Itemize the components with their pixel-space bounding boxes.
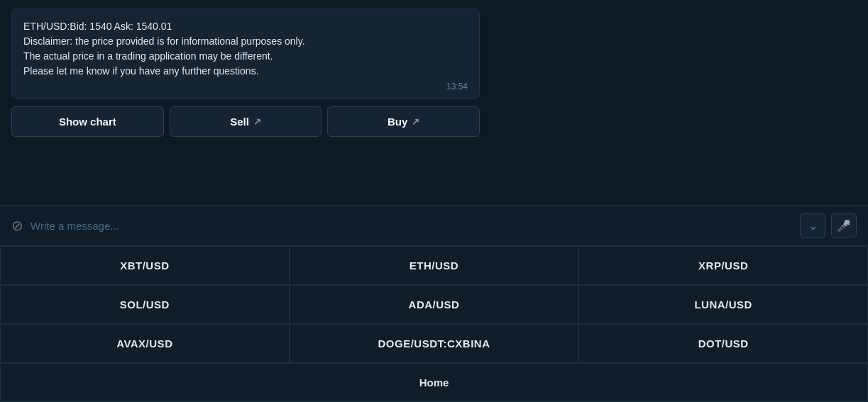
symbol-xbt-usd[interactable]: XBT/USD <box>0 246 290 285</box>
symbol-doge-usdt[interactable]: DOGE/USDT:CXBINA <box>290 324 579 363</box>
dropdown-button[interactable]: ⌄ <box>800 213 825 238</box>
symbol-sol-usd[interactable]: SOL/USD <box>0 285 290 324</box>
symbol-xrp-usd[interactable]: XRP/USD <box>578 246 868 285</box>
message-line-1: ETH/USD:Bid: 1540 Ask: 1540.01 <box>23 19 468 34</box>
chevron-down-icon: ⌄ <box>808 219 818 233</box>
mic-button[interactable]: 🎤 <box>831 213 857 238</box>
message-line-2: Disclaimer: the price provided is for in… <box>23 34 468 49</box>
message-bubble: ETH/USD:Bid: 1540 Ask: 1540.01 Disclaime… <box>11 9 480 99</box>
message-line-3: The actual price in a trading applicatio… <box>23 49 468 64</box>
action-buttons: Show chart Sell ↗ Buy ↗ <box>11 106 480 137</box>
symbol-grid: XBT/USD ETH/USD XRP/USD SOL/USD ADA/USD … <box>0 245 868 363</box>
home-button[interactable]: Home <box>0 363 868 402</box>
message-text: ETH/USD:Bid: 1540 Ask: 1540.01 Disclaime… <box>23 19 468 79</box>
buy-arrow-icon: ↗ <box>412 116 419 127</box>
message-input[interactable] <box>31 220 793 232</box>
input-area: ⊘ ⌄ 🎤 <box>0 205 868 245</box>
sell-arrow-icon: ↗ <box>253 116 261 127</box>
input-right-icons: ⌄ 🎤 <box>800 213 857 238</box>
symbol-luna-usd[interactable]: LUNA/USD <box>578 285 868 324</box>
symbol-eth-usd[interactable]: ETH/USD <box>290 246 579 285</box>
symbol-dot-usd[interactable]: DOT/USD <box>578 324 868 363</box>
show-chart-button[interactable]: Show chart <box>11 106 164 137</box>
attach-icon[interactable]: ⊘ <box>11 217 23 234</box>
show-chart-label: Show chart <box>59 116 116 128</box>
mic-icon: 🎤 <box>837 219 851 233</box>
message-line-4: Please let me know if you have any furth… <box>23 64 468 79</box>
symbol-ada-usd[interactable]: ADA/USD <box>290 285 579 324</box>
symbol-avax-usd[interactable]: AVAX/USD <box>0 324 290 363</box>
message-time: 13:54 <box>23 82 468 91</box>
buy-label: Buy <box>388 116 407 128</box>
buy-button[interactable]: Buy ↗ <box>327 106 480 137</box>
chat-area: ETH/USD:Bid: 1540 Ask: 1540.01 Disclaime… <box>0 0 868 205</box>
sell-button[interactable]: Sell ↗ <box>170 106 322 137</box>
sell-label: Sell <box>230 116 249 128</box>
